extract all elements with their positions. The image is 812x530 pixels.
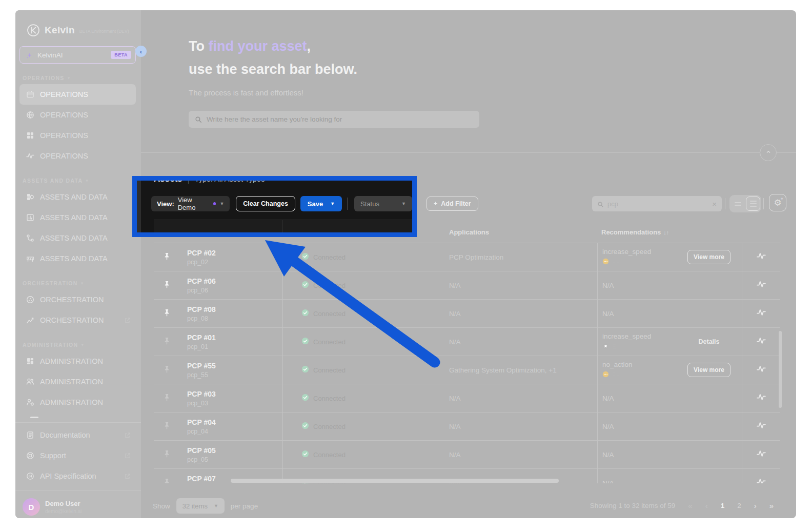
horizontal-scrollbar[interactable] (231, 479, 559, 483)
add-filter-button[interactable]: + Add Filter (427, 197, 478, 211)
sidebar-item[interactable]: OPERATIONS (19, 146, 136, 166)
sidebar-sliver (137, 181, 141, 232)
pin-cell[interactable] (154, 450, 179, 460)
sidebar-item[interactable]: OPERATIONS (19, 125, 136, 146)
data-explorer-cell[interactable] (742, 280, 780, 291)
pin-cell[interactable] (154, 252, 179, 262)
sidebar-section-label[interactable]: OPERATIONS▾ (23, 75, 141, 81)
asset-name-cell[interactable]: PCP #03 pcp_03 (179, 390, 282, 407)
vertical-scrollbar[interactable] (779, 331, 782, 408)
sidebar-item[interactable]: ADMINISTRATION (19, 351, 136, 371)
external-link-icon (124, 317, 131, 324)
sidebar-item[interactable]: OPERATIONS (19, 84, 136, 105)
table-settings-button[interactable]: ⚙+ (769, 194, 786, 211)
pin-icon (163, 309, 171, 319)
asset-name-cell[interactable]: PCP #05 pcp_05 (179, 446, 282, 463)
asset-name-cell[interactable]: PCP #01 pcp_01 (179, 333, 282, 350)
view-more-button[interactable]: View more (687, 363, 730, 377)
data-explorer-cell[interactable] (742, 449, 780, 460)
next-page-button[interactable]: › (754, 501, 757, 510)
pin-cell[interactable] (154, 422, 179, 431)
table-row[interactable]: PCP #55 pcp_55 Connected Gathering Syste… (154, 356, 780, 384)
page-size-select[interactable]: 32 items▼ (176, 498, 225, 514)
sidebar-section-label[interactable]: ADMINISTRATION▾ (23, 342, 141, 348)
data-explorer-cell[interactable] (742, 364, 780, 376)
first-page-button[interactable]: « (688, 501, 692, 510)
sidebar-item[interactable]: API Specification (19, 466, 136, 486)
column-divider (597, 243, 598, 483)
sidebar-item[interactable]: ASSETS AND DATA (19, 187, 136, 207)
app-window: Kelvin BETA Environment (DEV) KelvinAI B… (15, 10, 796, 518)
pin-cell[interactable] (154, 337, 179, 347)
pin-cell[interactable] (154, 281, 179, 290)
data-explorer-cell[interactable] (742, 421, 780, 432)
table-row[interactable]: PCP #05 pcp_05 Connected N/A N/A (154, 441, 780, 469)
data-explorer-cell[interactable] (742, 392, 780, 404)
sidebar-item[interactable]: ORCHESTRATION (19, 289, 136, 310)
last-page-button[interactable]: » (769, 501, 774, 510)
sidebar-section-label[interactable]: ORCHESTRATION▾ (23, 280, 141, 286)
sidebar-item[interactable]: Support (19, 445, 136, 466)
table-search-input[interactable]: pcp × (592, 196, 722, 211)
sidebar-item[interactable]: ADMINISTRATION (19, 392, 136, 413)
column-header-recommendations[interactable]: Recommendations↓↑ (601, 228, 669, 236)
clear-changes-button[interactable]: Clear Changes (236, 196, 295, 211)
pin-cell[interactable] (154, 365, 179, 375)
sidebar-item-label: API Specification (40, 472, 96, 480)
sidebar-item[interactable]: Documentation (19, 425, 136, 445)
connection-cell: Connected (282, 337, 434, 347)
view-select[interactable]: View: View Demo ▼ (151, 196, 230, 211)
comfortable-view-button[interactable] (746, 197, 760, 211)
page-number-button[interactable]: 2 (737, 502, 741, 509)
sidebar-item[interactable]: OPERATIONS (19, 105, 136, 125)
user-menu[interactable]: D Demo User demo@kelvin.ai (15, 493, 141, 516)
sidebar-item-kelvinai[interactable]: KelvinAI BETA (19, 46, 136, 64)
pagination: Showing 1 to 32 items of 59 « ‹ 12 › » (590, 501, 774, 510)
asset-name-cell[interactable]: PCP #04 pcp_04 (179, 418, 282, 435)
table-row[interactable]: PCP #06 pcp_06 Connected N/A N/A (154, 271, 780, 300)
table-row[interactable]: PCP #08 pcp_08 Connected N/A N/A (154, 300, 780, 328)
sidebar-item[interactable]: ASSETS AND DATA (19, 228, 136, 248)
asset-name-cell[interactable]: PCP #08 pcp_08 (179, 305, 282, 322)
pin-cell[interactable] (154, 394, 179, 403)
sidebar-section-label[interactable]: ASSETS AND DATA▾ (23, 178, 141, 184)
connection-cell: Connected (282, 252, 434, 262)
status-filter-select[interactable]: Status ▼ (354, 196, 412, 211)
view-more-button[interactable]: View more (687, 250, 730, 264)
data-explorer-cell[interactable] (742, 251, 780, 263)
logo-row: Kelvin BETA Environment (DEV) (15, 10, 141, 37)
asset-name-cell[interactable]: PCP #06 pcp_06 (179, 277, 282, 294)
pin-cell[interactable] (154, 309, 179, 319)
applications-cell: N/A (434, 338, 597, 346)
pin-cell[interactable] (154, 478, 179, 484)
sidebar-item[interactable]: ASSETS AND DATA (19, 248, 136, 269)
recommendations-cell: N/A (597, 423, 742, 430)
table-row[interactable]: PCP #01 pcp_01 Connected N/A increase_sp… (154, 328, 780, 356)
clear-search-icon[interactable]: × (712, 200, 717, 208)
check-circle-icon (301, 252, 309, 262)
collapse-hero-button[interactable] (760, 144, 777, 161)
asset-id: pcp_55 (187, 371, 282, 379)
pulse-icon (757, 477, 766, 483)
sidebar-item[interactable]: ORCHESTRATION (19, 310, 136, 330)
asset-search-input[interactable]: Write here the asset name you're looking… (189, 111, 479, 128)
data-explorer-cell[interactable] (742, 477, 780, 483)
asset-name-cell[interactable]: PCP #55 pcp_55 (179, 362, 282, 379)
asset-name-cell[interactable]: PCP #02 pcp_02 (179, 249, 282, 266)
column-header-applications[interactable]: Applications (449, 228, 489, 236)
table-row[interactable]: PCP #04 pcp_04 Connected N/A N/A (154, 413, 780, 441)
sidebar-item[interactable]: ADMINISTRATION (19, 371, 136, 392)
recommendation-name: increase_speed (602, 332, 651, 340)
page-number-button[interactable]: 1 (721, 502, 725, 509)
save-button[interactable]: Save ▼ (300, 196, 342, 211)
divider (15, 490, 141, 491)
data-explorer-cell[interactable] (742, 308, 780, 319)
data-explorer-cell[interactable] (742, 336, 780, 347)
compact-view-button[interactable] (730, 197, 745, 211)
prev-page-button[interactable]: ‹ (705, 501, 708, 510)
details-link[interactable]: Details (699, 338, 720, 345)
sidebar-collapse-button[interactable]: ‹ (135, 46, 147, 57)
table-row[interactable]: PCP #03 pcp_03 Connected N/A N/A (154, 384, 780, 413)
sidebar-item[interactable]: ASSETS AND DATA (19, 207, 136, 228)
table-row[interactable]: PCP #02 pcp_02 Connected PCP Optimizatio… (154, 243, 780, 271)
